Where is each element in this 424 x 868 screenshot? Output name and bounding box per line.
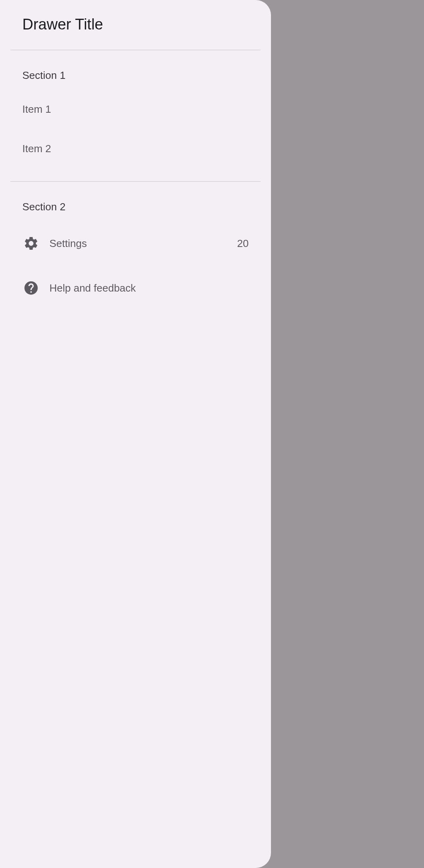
section-header-2: Section 2 [0,182,271,221]
drawer-item-label: Item 2 [22,143,249,155]
navigation-drawer: Drawer Title Section 1 Item 1 Item 2 Sec… [0,0,271,868]
drawer-item-2[interactable]: Item 2 [0,129,271,169]
drawer-item-label: Item 1 [22,103,249,116]
section-header-1: Section 1 [0,50,271,90]
drawer-title: Drawer Title [0,16,271,50]
drawer-item-badge: 20 [237,237,249,250]
drawer-item-1[interactable]: Item 1 [0,90,271,129]
help-icon [22,279,40,297]
spacer [0,169,271,181]
drawer-item-label: Help and feedback [49,282,249,294]
gear-icon [22,235,40,252]
drawer-item-settings[interactable]: Settings 20 [0,221,271,266]
drawer-item-help[interactable]: Help and feedback [0,266,271,310]
drawer-item-label: Settings [49,237,237,250]
